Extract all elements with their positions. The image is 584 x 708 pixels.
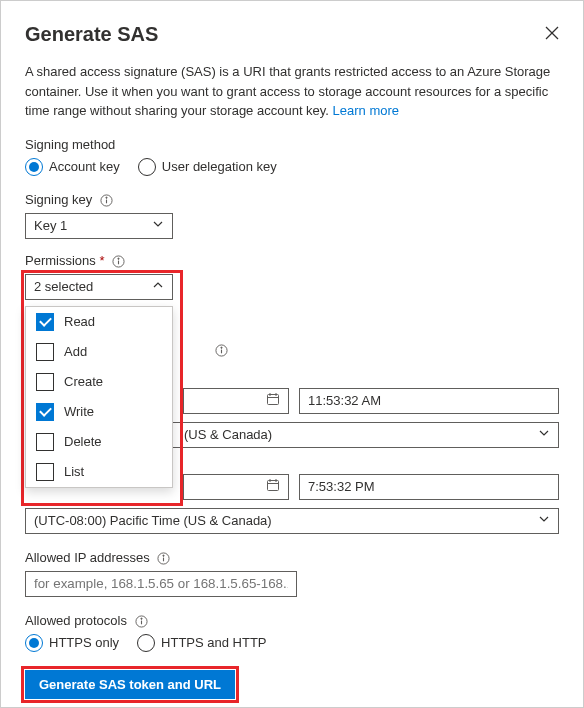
chevron-down-icon: [538, 427, 550, 442]
start-time-value: 11:53:32 AM: [308, 393, 381, 408]
permission-option-add[interactable]: Add: [26, 337, 172, 367]
allowed-ip-label: Allowed IP addresses: [25, 550, 559, 565]
svg-point-21: [163, 555, 164, 556]
page-title: Generate SAS: [25, 23, 158, 46]
permissions-dropdown[interactable]: Read Add Create Write Delete List: [25, 306, 173, 488]
checkbox-icon: [36, 403, 54, 421]
signing-key-value: Key 1: [34, 218, 67, 233]
permission-label: Write: [64, 404, 94, 419]
generate-sas-button[interactable]: Generate SAS token and URL: [25, 670, 235, 699]
checkbox-icon: [36, 463, 54, 481]
permission-label: List: [64, 464, 84, 479]
permissions-select[interactable]: 2 selected: [25, 274, 173, 300]
expiry-time-input[interactable]: 7:53:32 PM: [299, 474, 559, 500]
learn-more-link[interactable]: Learn more: [333, 103, 399, 118]
info-icon[interactable]: [135, 615, 148, 628]
permissions-label: Permissions *: [25, 253, 559, 268]
svg-point-24: [140, 618, 141, 619]
radio-https-and-http[interactable]: HTTPS and HTTP: [137, 634, 266, 652]
expiry-date-input[interactable]: [183, 474, 289, 500]
chevron-down-icon: [538, 513, 550, 528]
radio-https-and-http-label: HTTPS and HTTP: [161, 635, 266, 650]
chevron-up-icon: [152, 279, 164, 294]
info-icon[interactable]: [215, 344, 228, 357]
svg-point-10: [221, 347, 222, 348]
permissions-summary: 2 selected: [34, 279, 93, 294]
expiry-timezone-select[interactable]: (UTC-08:00) Pacific Time (US & Canada): [25, 508, 559, 534]
start-date-input[interactable]: [183, 388, 289, 414]
svg-point-4: [106, 197, 107, 198]
radio-https-only-label: HTTPS only: [49, 635, 119, 650]
svg-point-7: [118, 258, 119, 259]
svg-rect-15: [268, 481, 279, 491]
permission-option-create[interactable]: Create: [26, 367, 172, 397]
permission-option-write[interactable]: Write: [26, 397, 172, 427]
info-icon[interactable]: [157, 552, 170, 565]
permission-label: Delete: [64, 434, 102, 449]
start-timezone-value: (US & Canada): [184, 427, 272, 442]
info-icon[interactable]: [112, 255, 125, 268]
svg-rect-11: [268, 395, 279, 405]
signing-method-label: Signing method: [25, 137, 559, 152]
radio-https-only[interactable]: HTTPS only: [25, 634, 119, 652]
expiry-time-value: 7:53:32 PM: [308, 479, 375, 494]
checkbox-icon: [36, 313, 54, 331]
radio-account-key-label: Account key: [49, 159, 120, 174]
radio-account-key[interactable]: Account key: [25, 158, 120, 176]
info-icon[interactable]: [100, 194, 113, 207]
radio-user-delegation-label: User delegation key: [162, 159, 277, 174]
permission-option-read[interactable]: Read: [26, 307, 172, 337]
chevron-down-icon: [152, 218, 164, 233]
permission-label: Add: [64, 344, 87, 359]
close-icon[interactable]: [545, 26, 559, 43]
permission-option-list[interactable]: List: [26, 457, 172, 487]
radio-user-delegation[interactable]: User delegation key: [138, 158, 277, 176]
calendar-icon: [266, 392, 280, 409]
calendar-icon: [266, 478, 280, 495]
start-time-input[interactable]: 11:53:32 AM: [299, 388, 559, 414]
allowed-protocols-label: Allowed protocols: [25, 613, 559, 628]
description-text: A shared access signature (SAS) is a URI…: [25, 62, 559, 121]
signing-key-label: Signing key: [25, 192, 559, 207]
checkbox-icon: [36, 433, 54, 451]
expiry-timezone-value: (UTC-08:00) Pacific Time (US & Canada): [34, 513, 272, 528]
description-body: A shared access signature (SAS) is a URI…: [25, 64, 550, 118]
checkbox-icon: [36, 373, 54, 391]
permission-label: Create: [64, 374, 103, 389]
permission-label: Read: [64, 314, 95, 329]
permission-option-delete[interactable]: Delete: [26, 427, 172, 457]
checkbox-icon: [36, 343, 54, 361]
signing-key-select[interactable]: Key 1: [25, 213, 173, 239]
allowed-ip-input[interactable]: [25, 571, 297, 597]
